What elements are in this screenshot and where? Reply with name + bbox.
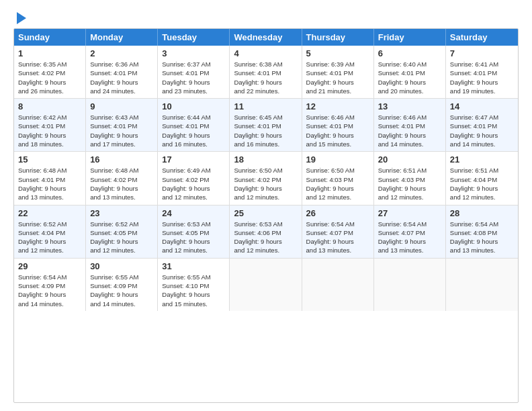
cell-info-line: and 12 minutes. xyxy=(162,193,225,201)
cell-info-line: and 12 minutes. xyxy=(90,246,153,255)
cell-info-line: Daylight: 9 hours xyxy=(18,237,81,246)
calendar-day-cell: 24Sunrise: 6:53 AMSunset: 4:05 PMDayligh… xyxy=(158,205,230,258)
cell-info-line: and 20 minutes. xyxy=(378,87,441,95)
cell-info-line: Sunrise: 6:55 AM xyxy=(90,273,153,281)
cell-info-line: Sunrise: 6:51 AM xyxy=(378,166,441,175)
cell-info-line: Daylight: 9 hours xyxy=(234,78,297,87)
day-number: 23 xyxy=(90,208,153,218)
day-number: 2 xyxy=(90,48,153,58)
day-number: 26 xyxy=(306,208,369,218)
calendar-day-cell: 14Sunrise: 6:47 AMSunset: 4:01 PMDayligh… xyxy=(446,99,518,151)
cell-info-line: and 14 minutes. xyxy=(18,300,81,308)
calendar-day-cell: 16Sunrise: 6:48 AMSunset: 4:02 PMDayligh… xyxy=(86,152,158,204)
cell-info-line: and 12 minutes. xyxy=(306,193,369,201)
calendar-day-cell: 11Sunrise: 6:45 AMSunset: 4:01 PMDayligh… xyxy=(230,99,302,151)
cell-info-line: Sunrise: 6:41 AM xyxy=(450,60,514,68)
cell-info-line: Sunrise: 6:39 AM xyxy=(306,60,369,68)
cell-info-line: Daylight: 9 hours xyxy=(450,78,514,87)
calendar-day-cell: 29Sunrise: 6:54 AMSunset: 4:09 PMDayligh… xyxy=(14,259,86,311)
cell-info-line: Daylight: 9 hours xyxy=(306,131,369,140)
calendar-day-cell xyxy=(374,259,446,311)
cell-info-line: and 14 minutes. xyxy=(450,140,514,148)
cell-info-line: Sunset: 4:01 PM xyxy=(450,122,514,130)
cell-info-line: Sunset: 4:08 PM xyxy=(450,228,514,237)
cell-info-line: Sunset: 4:07 PM xyxy=(306,228,369,237)
cell-info-line: Sunrise: 6:52 AM xyxy=(18,220,81,228)
calendar-day-cell: 13Sunrise: 6:46 AMSunset: 4:01 PMDayligh… xyxy=(374,99,446,151)
cell-info-line: and 19 minutes. xyxy=(450,87,514,95)
cell-info-line: Sunset: 4:05 PM xyxy=(162,228,225,237)
cell-info-line: Sunrise: 6:52 AM xyxy=(90,220,153,228)
calendar-week-row: 22Sunrise: 6:52 AMSunset: 4:04 PMDayligh… xyxy=(14,205,518,259)
cell-info-line: Sunset: 4:06 PM xyxy=(234,228,297,237)
cell-info-line: Sunrise: 6:42 AM xyxy=(18,113,81,122)
cell-info-line: Sunrise: 6:53 AM xyxy=(234,220,297,228)
cell-info-line: Daylight: 9 hours xyxy=(90,131,153,140)
cell-info-line: Daylight: 9 hours xyxy=(306,78,369,87)
cell-info-line: Sunset: 4:05 PM xyxy=(90,228,153,237)
cell-info-line: and 13 minutes. xyxy=(306,246,369,255)
cell-info-line: Sunset: 4:02 PM xyxy=(234,175,297,184)
header xyxy=(13,12,519,21)
calendar-day-cell xyxy=(302,259,374,311)
calendar-header-cell: Saturday xyxy=(446,29,518,46)
cell-info-line: Sunset: 4:03 PM xyxy=(306,175,369,184)
cell-info-line: Daylight: 9 hours xyxy=(450,184,514,193)
cell-info-line: and 12 minutes. xyxy=(450,193,514,201)
cell-info-line: Sunset: 4:01 PM xyxy=(18,122,81,130)
day-number: 28 xyxy=(450,208,514,218)
calendar-day-cell: 12Sunrise: 6:46 AMSunset: 4:01 PMDayligh… xyxy=(302,99,374,151)
day-number: 20 xyxy=(378,154,441,165)
day-number: 19 xyxy=(306,154,369,165)
day-number: 6 xyxy=(378,48,441,58)
day-number: 5 xyxy=(306,48,369,58)
cell-info-line: Sunrise: 6:53 AM xyxy=(162,220,225,228)
calendar-day-cell: 20Sunrise: 6:51 AMSunset: 4:03 PMDayligh… xyxy=(374,152,446,204)
cell-info-line: Daylight: 9 hours xyxy=(18,131,81,140)
calendar-week-row: 29Sunrise: 6:54 AMSunset: 4:09 PMDayligh… xyxy=(14,259,518,311)
cell-info-line: Daylight: 9 hours xyxy=(90,184,153,193)
calendar-day-cell: 31Sunrise: 6:55 AMSunset: 4:10 PMDayligh… xyxy=(158,259,230,311)
cell-info-line: Daylight: 9 hours xyxy=(378,184,441,193)
cell-info-line: and 12 minutes. xyxy=(378,193,441,201)
cell-info-line: Sunrise: 6:54 AM xyxy=(378,220,441,228)
calendar-header: SundayMondayTuesdayWednesdayThursdayFrid… xyxy=(14,29,518,46)
cell-info-line: Daylight: 9 hours xyxy=(378,237,441,246)
calendar-day-cell: 2Sunrise: 6:36 AMSunset: 4:01 PMDaylight… xyxy=(86,46,158,98)
cell-info-line: Daylight: 9 hours xyxy=(450,237,514,246)
calendar-day-cell xyxy=(230,259,302,311)
cell-info-line: Sunset: 4:02 PM xyxy=(18,68,81,77)
cell-info-line: Sunset: 4:01 PM xyxy=(306,68,369,77)
day-number: 18 xyxy=(234,154,297,165)
cell-info-line: Daylight: 9 hours xyxy=(234,184,297,193)
cell-info-line: Daylight: 9 hours xyxy=(234,131,297,140)
day-number: 7 xyxy=(450,48,514,58)
cell-info-line: and 18 minutes. xyxy=(18,140,81,148)
calendar: SundayMondayTuesdayWednesdayThursdayFrid… xyxy=(13,28,519,403)
cell-info-line: Daylight: 9 hours xyxy=(450,131,514,140)
cell-info-line: and 13 minutes. xyxy=(90,193,153,201)
cell-info-line: Daylight: 9 hours xyxy=(18,78,81,87)
calendar-day-cell: 21Sunrise: 6:51 AMSunset: 4:04 PMDayligh… xyxy=(446,152,518,204)
cell-info-line: and 13 minutes. xyxy=(450,246,514,255)
page: SundayMondayTuesdayWednesdayThursdayFrid… xyxy=(0,0,532,411)
day-number: 30 xyxy=(90,261,153,271)
cell-info-line: and 13 minutes. xyxy=(18,193,81,201)
calendar-day-cell: 22Sunrise: 6:52 AMSunset: 4:04 PMDayligh… xyxy=(14,205,86,258)
cell-info-line: and 22 minutes. xyxy=(234,87,297,95)
calendar-day-cell: 8Sunrise: 6:42 AMSunset: 4:01 PMDaylight… xyxy=(14,99,86,151)
calendar-day-cell: 15Sunrise: 6:48 AMSunset: 4:01 PMDayligh… xyxy=(14,152,86,204)
cell-info-line: and 12 minutes. xyxy=(234,246,297,255)
calendar-day-cell: 30Sunrise: 6:55 AMSunset: 4:09 PMDayligh… xyxy=(86,259,158,311)
cell-info-line: Sunrise: 6:50 AM xyxy=(306,166,369,175)
calendar-day-cell: 26Sunrise: 6:54 AMSunset: 4:07 PMDayligh… xyxy=(302,205,374,258)
cell-info-line: Sunset: 4:01 PM xyxy=(90,68,153,77)
calendar-header-cell: Sunday xyxy=(14,29,86,46)
cell-info-line: Sunset: 4:01 PM xyxy=(234,122,297,130)
cell-info-line: Daylight: 9 hours xyxy=(90,78,153,87)
day-number: 14 xyxy=(450,101,514,111)
cell-info-line: Sunrise: 6:54 AM xyxy=(18,273,81,281)
cell-info-line: and 15 minutes. xyxy=(162,300,225,308)
cell-info-line: Sunset: 4:02 PM xyxy=(90,175,153,184)
day-number: 9 xyxy=(90,101,153,111)
